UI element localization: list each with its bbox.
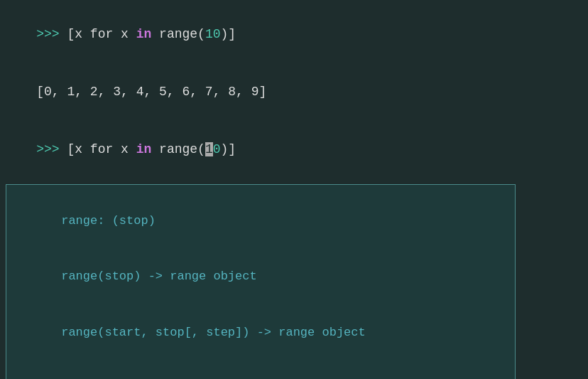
prompt-2: >>>	[36, 142, 67, 156]
bracket-open-1: [	[67, 27, 75, 41]
tooltip-line2: range(start, stop[, step]) -> range obje…	[18, 305, 503, 360]
code-2: x for x	[75, 142, 136, 156]
output-text-1: [0, 1, 2, 3, 4, 5, 6, 7, 8, 9]	[36, 85, 266, 99]
tooltip-text-1: range(stop) -> range object	[61, 269, 256, 283]
code-1: x for x	[75, 27, 136, 41]
code-2c: )]	[221, 142, 236, 156]
input-line-2: >>> [x for x in range(10)]	[0, 121, 588, 178]
prompt-1: >>>	[36, 27, 67, 41]
tooltip-title-word: range:	[61, 214, 111, 228]
tooltip-stop: (stop)	[112, 214, 156, 228]
tooltip-title-line: range: (stop)	[18, 193, 503, 248]
output-line-1: [0, 1, 2, 3, 4, 5, 6, 7, 8, 9]	[0, 63, 588, 121]
tooltip-text-2: range(start, stop[, step]) -> range obje…	[61, 326, 365, 339]
code-2b: range(	[151, 142, 205, 156]
cursor-char: 1	[205, 142, 213, 156]
tooltip-body: Return an object that produces a sequenc…	[18, 367, 506, 380]
bracket-open-2: [	[67, 142, 75, 156]
keyword-in-2: in	[136, 142, 152, 156]
keyword-in-1: in	[136, 27, 152, 41]
terminal: >>> [x for x in range(10)] [0, 1, 2, 3, …	[0, 0, 588, 379]
input-line-1: >>> [x for x in range(10)]	[0, 6, 588, 63]
number-2: 0	[213, 142, 221, 156]
code-1b: range(	[151, 27, 205, 41]
tooltip-box: range: (stop) range(stop) -> range objec…	[6, 184, 516, 379]
code-1c: )]	[221, 27, 236, 41]
tooltip-line1: range(stop) -> range object	[18, 250, 503, 304]
number-1: 10	[205, 27, 221, 41]
